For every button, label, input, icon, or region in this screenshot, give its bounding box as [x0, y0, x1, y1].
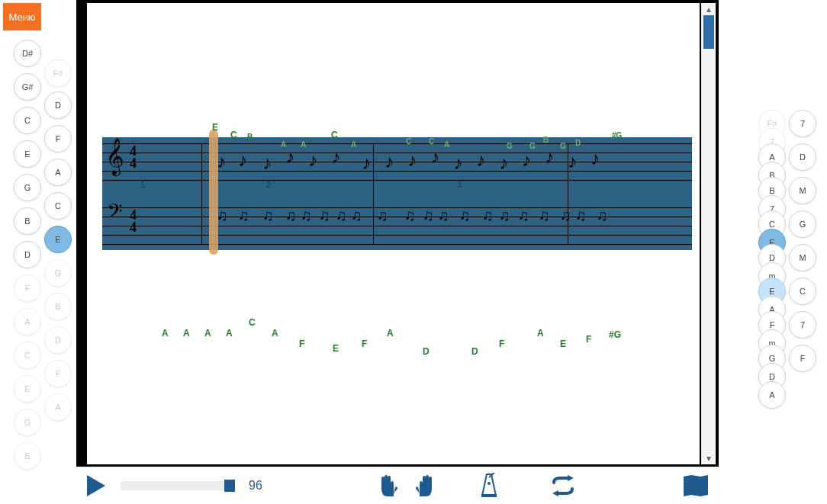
left-key-B[interactable]: B	[14, 207, 41, 235]
note: ♪	[407, 151, 417, 169]
note-letter-row: AAAACAFEFADDFAEF#G	[102, 316, 692, 361]
left-key-E[interactable]: E	[14, 375, 41, 403]
left-key-F[interactable]: F	[14, 274, 41, 302]
left-key-G[interactable]: G	[14, 409, 41, 436]
left-key-G[interactable]: G	[44, 259, 72, 287]
note: ♪	[430, 148, 439, 166]
note-letter: D	[471, 346, 478, 357]
right-key-7[interactable]: 7	[789, 311, 816, 339]
bass-clef: 𝄢	[107, 201, 123, 226]
grand-staff-highlight: 𝄞 𝄢 44 44 123ECBAACACCAGGBGD#G♪♪♪♪♪♪♪♪♪♪…	[102, 137, 692, 250]
note-letter: D	[575, 139, 581, 147]
left-key-C[interactable]: C	[14, 342, 41, 369]
bar-number: 1	[140, 180, 145, 189]
left-key-F[interactable]: F	[44, 125, 72, 152]
note: ♪	[238, 151, 247, 169]
note: ♫	[560, 207, 571, 223]
note-letter: C	[429, 137, 434, 146]
note-letter: A	[204, 328, 211, 339]
left-key-E[interactable]: E	[14, 140, 41, 168]
left-key-A[interactable]: A	[14, 308, 41, 335]
left-key-panel: D#F#G#DCFEAGCBEDGFBADCFEAGB	[0, 0, 76, 467]
vertical-scrollbar[interactable]: ▴ ▾	[701, 3, 716, 464]
left-key-B[interactable]: B	[14, 442, 41, 470]
note: ♪	[362, 154, 371, 172]
note: ♫	[459, 207, 471, 223]
left-key-Fsharp[interactable]: F#	[44, 59, 72, 87]
left-key-F[interactable]: F	[44, 360, 72, 387]
note-letter: E	[560, 339, 566, 349]
note-letter: C	[406, 137, 411, 146]
playback-toolbar: 96	[76, 467, 719, 504]
time-signature-bass: 44	[130, 209, 137, 233]
right-key-C[interactable]: C	[789, 278, 816, 305]
svg-marker-0	[87, 475, 105, 496]
right-key-M[interactable]: M	[789, 177, 816, 204]
menu-button[interactable]: Меню	[3, 3, 41, 30]
note-letter: A	[226, 328, 233, 339]
note: ♪	[590, 149, 600, 168]
play-button[interactable]	[85, 474, 107, 498]
note: ♪	[499, 154, 508, 172]
loop-button[interactable]	[549, 475, 577, 496]
note: ♫	[301, 207, 312, 223]
left-hand-button[interactable]	[377, 474, 400, 498]
right-key-A[interactable]: A	[758, 381, 786, 409]
left-key-Dsharp[interactable]: D#	[14, 40, 41, 67]
left-key-C[interactable]: C	[44, 192, 72, 220]
note: ♫	[238, 207, 249, 223]
right-key-7[interactable]: 7	[789, 110, 816, 137]
left-key-D[interactable]: D	[44, 326, 72, 354]
treble-staff	[102, 143, 692, 180]
score-page[interactable]: 𝄞 𝄢 44 44 123ECBAACACCAGGBGD#G♪♪♪♪♪♪♪♪♪♪…	[87, 3, 700, 464]
playback-cursor[interactable]	[209, 130, 218, 255]
left-key-A[interactable]: A	[44, 159, 72, 186]
tempo-slider-thumb[interactable]	[224, 480, 235, 492]
left-key-C[interactable]: C	[14, 107, 41, 134]
left-key-D[interactable]: D	[44, 91, 72, 119]
right-key-G[interactable]: G	[789, 210, 816, 238]
note: ♫	[319, 207, 330, 223]
note-letter: F	[299, 339, 304, 349]
bar-number: 3	[457, 180, 462, 189]
note-letter: A	[183, 328, 190, 339]
right-key-F[interactable]: F	[789, 345, 816, 372]
scroll-up-arrow[interactable]: ▴	[702, 3, 716, 15]
note: ♫	[217, 207, 228, 223]
svg-marker-5	[552, 490, 558, 496]
left-key-D[interactable]: D	[14, 241, 41, 268]
right-hand-button[interactable]	[414, 474, 436, 498]
note: ♪	[308, 151, 317, 169]
left-key-A[interactable]: A	[44, 393, 72, 421]
treble-clef: 𝄞	[105, 140, 124, 172]
note: ♫	[336, 207, 347, 223]
note: ♫	[438, 207, 449, 223]
right-key-M[interactable]: M	[789, 244, 816, 271]
left-key-G[interactable]: G	[14, 174, 41, 201]
right-key-D[interactable]: D	[789, 143, 816, 171]
note-letter: F	[586, 334, 591, 345]
left-key-B[interactable]: B	[44, 293, 72, 320]
note: ♪	[331, 148, 340, 166]
note: ♪	[385, 152, 394, 171]
note-letter: A	[387, 328, 394, 339]
note: ♪	[522, 151, 531, 169]
note-letter: E	[212, 122, 218, 133]
metronome-button[interactable]	[479, 473, 499, 499]
note-letter: G	[560, 142, 566, 150]
right-key-panel: F#77ADBBM7CGEDMmECAF7mGFDA	[751, 0, 827, 467]
svg-marker-4	[568, 475, 574, 481]
svg-rect-1	[481, 494, 497, 497]
note-letter: A	[272, 328, 278, 339]
left-key-Gsharp[interactable]: G#	[14, 73, 41, 101]
barline	[201, 143, 202, 244]
scroll-down-arrow[interactable]: ▾	[702, 452, 716, 464]
note-letter: A	[301, 140, 306, 149]
tempo-slider[interactable]	[121, 481, 235, 490]
note-letter: B	[247, 133, 253, 141]
note: ♪	[285, 148, 294, 166]
note: ♫	[482, 207, 494, 223]
left-key-E[interactable]: E	[44, 226, 72, 253]
view-mode-button[interactable]	[682, 474, 710, 498]
scroll-thumb[interactable]	[703, 15, 714, 49]
